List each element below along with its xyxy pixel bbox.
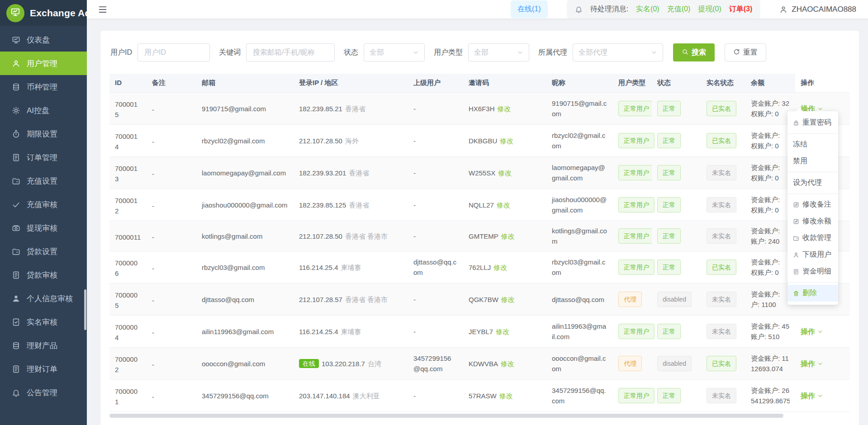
ip-value: 182.239.85.125: [299, 200, 346, 210]
sidebar-item[interactable]: 用户管理: [0, 52, 87, 75]
modify-invite-link[interactable]: 修改: [499, 391, 513, 401]
edit-icon: [793, 202, 799, 208]
region-value: 柬埔寨: [341, 326, 361, 337]
cell-user-type: 代理: [613, 283, 652, 316]
edit-icon: [793, 218, 799, 225]
status-label: 状态: [344, 48, 358, 57]
sidebar-item[interactable]: 个人信息审核: [0, 287, 87, 310]
menu-item[interactable]: 修改备注: [787, 196, 838, 213]
modify-invite-link[interactable]: 修改: [493, 262, 507, 273]
online-count-badge[interactable]: 在线(1): [511, 0, 548, 18]
modify-invite-link[interactable]: 修改: [500, 136, 513, 146]
sidebar-item[interactable]: 币种管理: [0, 75, 87, 99]
sidebar-item[interactable]: 理财产品: [0, 334, 87, 357]
row-action-button[interactable]: 操作: [801, 359, 823, 369]
region-value: 台湾: [368, 359, 381, 369]
pending-message-count[interactable]: 订单(3): [729, 5, 753, 14]
coins-icon: [12, 83, 20, 91]
agent-select[interactable]: 全部代理: [573, 43, 663, 61]
reset-button[interactable]: 重置: [725, 43, 766, 61]
menu-item[interactable]: 下级用户: [787, 246, 838, 263]
user-type-badge: 正常用户: [618, 197, 655, 212]
table-row: 7000005 - djttasso@qq.com 在线 212.107.28.…: [109, 283, 850, 316]
cell-realname: 已实名: [701, 93, 745, 125]
sidebar-item[interactable]: AI控盘: [0, 99, 87, 122]
menu-item[interactable]: 删除: [787, 285, 838, 302]
menu-divider: [787, 172, 838, 172]
folder-icon: [793, 235, 799, 241]
pending-message-count[interactable]: 实名(0): [636, 5, 659, 14]
users-table: ID 备注 邮箱 登录IP / 地区 上级用户 邀请码 昵称 用户类型 状态 实…: [109, 74, 850, 418]
sidebar-item[interactable]: 仪表盘: [0, 28, 87, 52]
status-badge: 正常: [657, 388, 681, 403]
sidebar-item[interactable]: 提现审核: [0, 216, 87, 240]
refresh-icon: [733, 48, 740, 57]
row-action-button[interactable]: 操作: [801, 391, 823, 401]
sidebar-item[interactable]: 期限设置: [0, 122, 87, 146]
user-type-badge: 正常用户: [618, 228, 655, 244]
chevron-down-icon: [413, 49, 419, 56]
menu-item[interactable]: 收款管理: [787, 230, 838, 246]
cell-realname: 未实名: [701, 157, 745, 189]
cell-parent: -: [408, 380, 463, 412]
cell-email: rbzycl03@gmail.com: [196, 251, 294, 283]
cell-user-type: 正常用户: [613, 251, 652, 283]
menu-item[interactable]: 设为代理: [787, 175, 838, 191]
sidebar-nav: 仪表盘 用户管理 币种管理 AI控盘: [0, 26, 87, 404]
user-type-select[interactable]: 全部: [468, 43, 529, 61]
modify-invite-link[interactable]: 修改: [501, 359, 514, 369]
cell-ip-region: 在线 212.107.28.57 香港省 香港市: [294, 283, 408, 316]
cell-nickname: rbzycl02@gmail.com: [546, 125, 613, 157]
modify-invite-link[interactable]: 修改: [498, 168, 512, 178]
sidebar-scrollbar[interactable]: [84, 289, 86, 330]
user-id-input[interactable]: [138, 43, 210, 61]
modify-invite-link[interactable]: 修改: [497, 200, 510, 210]
cell-id: 7000004: [109, 316, 147, 348]
cell-user-type: 代理: [613, 348, 652, 380]
sidebar-item[interactable]: 贷款审核: [0, 263, 87, 287]
menu-item-label: 重置密码: [802, 118, 831, 128]
menu-divider: [787, 282, 838, 283]
menu-item[interactable]: 冻结: [787, 136, 838, 153]
current-user[interactable]: ZHAOCAIMAO888: [779, 5, 856, 14]
status-select[interactable]: 全部: [364, 43, 425, 61]
row-action-button[interactable]: 操作: [801, 326, 823, 337]
sidebar-collapse-icon[interactable]: [98, 5, 108, 14]
search-button[interactable]: 搜索: [673, 43, 715, 61]
modify-invite-link[interactable]: 修改: [501, 231, 515, 241]
cell-nickname: 3457299156@qq.com: [546, 380, 613, 412]
dashboard-icon: [12, 36, 20, 44]
user-type-select-value: 全部: [474, 48, 489, 57]
menu-item[interactable]: 重置密码: [787, 114, 838, 131]
sidebar-item[interactable]: 充值设置: [0, 169, 87, 193]
menu-item-label: 冻结: [793, 140, 807, 149]
region-value: 柬埔寨: [341, 262, 361, 273]
menu-item[interactable]: 禁用: [787, 153, 838, 170]
modify-invite-link[interactable]: 修改: [501, 294, 515, 305]
horizontal-scrollbar-thumb[interactable]: [109, 414, 783, 418]
menu-item[interactable]: 资金明细: [787, 263, 838, 280]
sidebar-item-label: 提现审核: [27, 223, 57, 233]
table-header-row: ID 备注 邮箱 登录IP / 地区 上级用户 邀请码 昵称 用户类型 状态 实…: [109, 74, 850, 93]
cell-note: -: [147, 125, 196, 157]
pending-message-count[interactable]: 提现(0): [698, 5, 721, 14]
cell-email: djttasso@qq.com: [196, 283, 294, 316]
sidebar-item[interactable]: 贷款设置: [0, 240, 87, 263]
sidebar-item[interactable]: 公告管理: [0, 381, 87, 404]
ip-value: 212.107.28.50: [299, 136, 342, 146]
sidebar-item-label: 用户管理: [27, 58, 57, 69]
pending-message-count[interactable]: 充值(0): [667, 5, 691, 14]
cell-ip-region: 在线 203.147.140.184 澳大利亚: [294, 380, 408, 412]
modify-invite-link[interactable]: 修改: [496, 326, 509, 337]
invite-code: NQLL27: [469, 200, 494, 210]
modify-invite-link[interactable]: 修改: [498, 104, 511, 114]
cell-status: 正常: [652, 221, 701, 251]
menu-item[interactable]: 修改余额: [787, 213, 838, 230]
cell-parent: -: [408, 157, 463, 189]
realname-badge: 未实名: [707, 228, 736, 244]
keyword-input[interactable]: [246, 43, 335, 61]
sidebar-item[interactable]: 订单管理: [0, 146, 87, 169]
sidebar-item[interactable]: 实名审核: [0, 310, 87, 334]
sidebar-item[interactable]: 充值审核: [0, 193, 87, 216]
sidebar-item[interactable]: 理财订单: [0, 357, 87, 381]
